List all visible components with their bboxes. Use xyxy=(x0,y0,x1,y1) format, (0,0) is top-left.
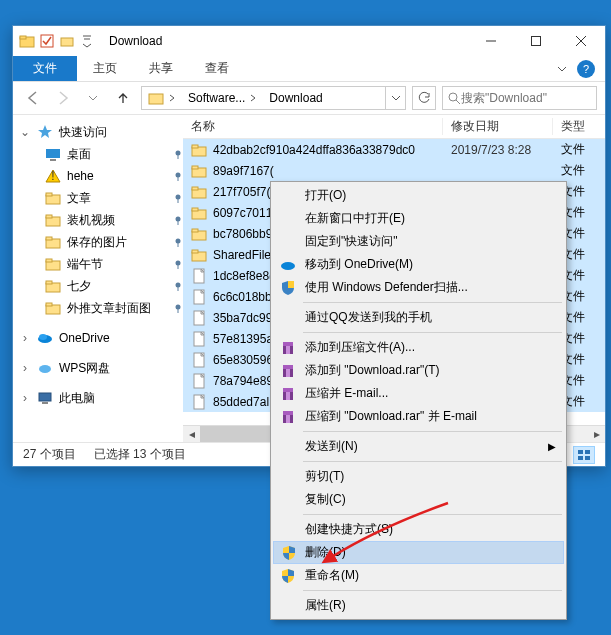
nav-item[interactable]: 七夕 xyxy=(13,275,183,297)
chevron-right-icon[interactable]: › xyxy=(19,331,31,345)
title-bar[interactable]: Download xyxy=(13,26,605,56)
file-name: 6c6c018bb xyxy=(213,290,272,304)
nav-item[interactable]: 文章 xyxy=(13,187,183,209)
up-button[interactable] xyxy=(111,86,135,110)
file-name: 57e81395a xyxy=(213,332,273,346)
file-name: 1dc8ef8e8( xyxy=(213,269,273,283)
menu-item[interactable]: 在新窗口中打开(E) xyxy=(273,207,564,230)
breadcrumb-segment[interactable]: Software... xyxy=(182,87,263,109)
menu-item[interactable]: 重命名(M) xyxy=(273,564,564,587)
scroll-left-icon[interactable]: ◂ xyxy=(183,426,200,442)
chevron-down-icon[interactable]: ⌄ xyxy=(19,125,31,139)
column-headers[interactable]: 名称 修改日期 类型 xyxy=(183,115,605,139)
status-selected-count: 已选择 13 个项目 xyxy=(94,446,186,463)
menu-item[interactable]: 压缩并 E-mail... xyxy=(273,382,564,405)
scroll-right-icon[interactable]: ▸ xyxy=(588,426,605,442)
nav-thispc[interactable]: › 此电脑 xyxy=(13,387,183,409)
svg-rect-67 xyxy=(578,450,583,454)
search-input[interactable] xyxy=(461,91,592,105)
nav-item-label: 桌面 xyxy=(67,146,91,163)
svg-text:!: ! xyxy=(51,169,54,183)
nav-item[interactable]: 外推文章封面图 xyxy=(13,297,183,319)
breadcrumb-segment[interactable]: Download xyxy=(263,87,328,109)
back-button[interactable] xyxy=(21,86,45,110)
ribbon-tab-share[interactable]: 共享 xyxy=(133,56,189,81)
minimize-button[interactable] xyxy=(468,27,513,56)
menu-item[interactable]: 移动到 OneDrive(M) xyxy=(273,253,564,276)
file-name: 35ba7dc99 xyxy=(213,311,272,325)
table-row[interactable]: 89a9f7167(文件 xyxy=(183,160,605,181)
menu-item[interactable]: 压缩到 "Download.rar" 并 E-mail xyxy=(273,405,564,428)
svg-line-8 xyxy=(456,100,460,104)
folder-icon xyxy=(191,163,207,179)
menu-item[interactable]: 通过QQ发送到我的手机 xyxy=(273,306,564,329)
menu-item-label: 添加到压缩文件(A)... xyxy=(305,339,415,356)
svg-point-42 xyxy=(39,365,51,373)
menu-item-label: 创建快捷方式(S) xyxy=(305,521,393,538)
menu-item[interactable]: 固定到"快速访问" xyxy=(273,230,564,253)
close-button[interactable] xyxy=(558,27,603,56)
svg-rect-25 xyxy=(46,237,52,240)
column-name[interactable]: 名称 xyxy=(183,118,443,135)
menu-item[interactable]: 打开(O) xyxy=(273,184,564,207)
table-row[interactable]: 42dbab2cf910a424dffa836a33879dc02019/7/2… xyxy=(183,139,605,160)
qat-dropdown-icon[interactable] xyxy=(79,33,95,49)
breadcrumb[interactable]: Software... Download xyxy=(141,86,406,110)
navigation-pane[interactable]: ⌄ 快速访问 桌面!hehe文章装机视频保存的图片端午节七夕外推文章封面图 › … xyxy=(13,115,183,442)
nav-item[interactable]: !hehe xyxy=(13,165,183,187)
maximize-button[interactable] xyxy=(513,27,558,56)
chevron-right-icon[interactable]: › xyxy=(19,361,31,375)
menu-item[interactable]: 属性(R) xyxy=(273,594,564,617)
folder-icon xyxy=(191,247,207,263)
nav-item[interactable]: 保存的图片 xyxy=(13,231,183,253)
cloud-icon xyxy=(37,360,53,376)
nav-item[interactable]: 桌面 xyxy=(13,143,183,165)
svg-point-11 xyxy=(176,151,181,156)
star-icon xyxy=(37,124,53,140)
menu-item[interactable]: 添加到 "Download.rar"(T) xyxy=(273,359,564,382)
nav-onedrive[interactable]: › OneDrive xyxy=(13,327,183,349)
menu-item[interactable]: 使用 Windows Defender扫描... xyxy=(273,276,564,299)
menu-item[interactable]: 删除(D) xyxy=(273,541,564,564)
search-box[interactable] xyxy=(442,86,597,110)
ribbon-tab-home[interactable]: 主页 xyxy=(77,56,133,81)
menu-item[interactable]: 发送到(N)▶ xyxy=(273,435,564,458)
menu-item[interactable]: 复制(C) xyxy=(273,488,564,511)
context-menu[interactable]: 打开(O)在新窗口中打开(E)固定到"快速访问"移动到 OneDrive(M)使… xyxy=(270,181,567,620)
breadcrumb-history-icon[interactable] xyxy=(385,87,405,109)
ribbon-expand-icon[interactable] xyxy=(555,62,569,76)
svg-rect-10 xyxy=(50,159,56,161)
checkbox-icon[interactable] xyxy=(39,33,55,49)
menu-item-label: 在新窗口中打开(E) xyxy=(305,210,405,227)
ribbon-tab-view[interactable]: 查看 xyxy=(189,56,245,81)
nav-item[interactable]: 装机视频 xyxy=(13,209,183,231)
column-date[interactable]: 修改日期 xyxy=(443,118,553,135)
file-name: bc7806bb9 xyxy=(213,227,272,241)
menu-item[interactable]: 剪切(T) xyxy=(273,465,564,488)
breadcrumb-root-icon[interactable] xyxy=(142,87,182,109)
view-icons-button[interactable] xyxy=(573,446,595,464)
menu-item-label: 压缩并 E-mail... xyxy=(305,385,388,402)
forward-button[interactable] xyxy=(51,86,75,110)
nav-quick-access[interactable]: ⌄ 快速访问 xyxy=(13,121,183,143)
file-type: 文件 xyxy=(553,141,605,158)
menu-item[interactable]: 创建快捷方式(S) xyxy=(273,518,564,541)
folder-small-icon[interactable] xyxy=(59,33,75,49)
folder-icon xyxy=(191,142,207,158)
svg-rect-6 xyxy=(149,94,163,104)
nav-wps[interactable]: › WPS网盘 xyxy=(13,357,183,379)
menu-item[interactable]: 添加到压缩文件(A)... xyxy=(273,336,564,359)
nav-item[interactable]: 端午节 xyxy=(13,253,183,275)
onedrive-icon xyxy=(37,330,53,346)
ribbon-tab-file[interactable]: 文件 xyxy=(13,56,77,81)
help-icon[interactable]: ? xyxy=(577,60,595,78)
recent-dropdown-icon[interactable] xyxy=(81,86,105,110)
svg-point-30 xyxy=(176,261,181,266)
search-icon xyxy=(447,91,461,105)
svg-point-34 xyxy=(176,283,181,288)
svg-rect-70 xyxy=(585,456,590,460)
chevron-right-icon[interactable]: › xyxy=(19,391,31,405)
refresh-button[interactable] xyxy=(412,86,436,110)
column-type[interactable]: 类型 xyxy=(553,118,605,135)
svg-rect-29 xyxy=(46,259,52,262)
